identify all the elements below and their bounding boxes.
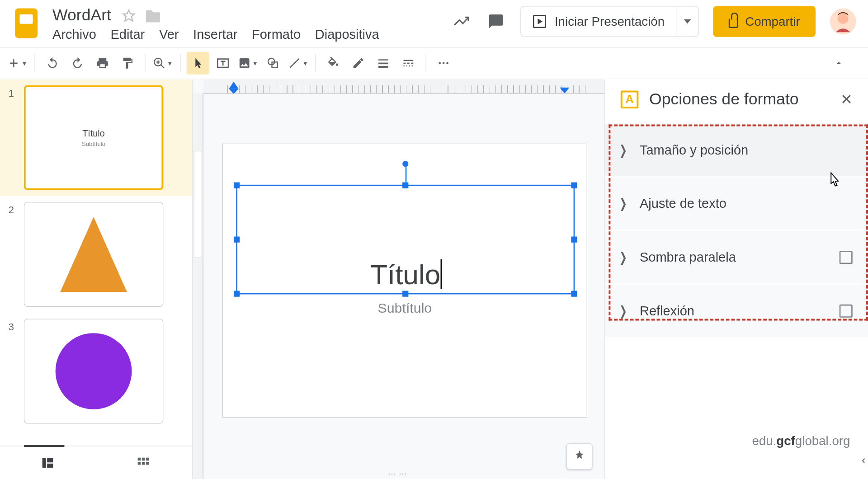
vertical-outline-strip <box>194 151 202 258</box>
lock-icon <box>728 19 738 28</box>
format-options-panel: A Opciones de formato ✕ ❯ Tamaño y posic… <box>604 79 868 479</box>
resize-handle[interactable] <box>571 237 577 243</box>
svg-rect-17 <box>403 63 406 64</box>
circle-shape-icon <box>56 333 132 409</box>
indent-marker-right[interactable] <box>560 88 569 94</box>
resize-handle[interactable] <box>234 291 240 297</box>
horizontal-ruler[interactable] <box>203 79 604 94</box>
svg-rect-19 <box>411 63 413 64</box>
side-panel-toggle[interactable]: ‹ <box>862 454 866 467</box>
subtitle-placeholder[interactable]: Subtítulo <box>223 300 586 317</box>
grid-view-button[interactable] <box>95 446 191 479</box>
svg-point-10 <box>268 58 275 65</box>
svg-rect-13 <box>378 59 388 60</box>
title-text-box[interactable]: Título <box>236 185 575 295</box>
border-color-button[interactable] <box>347 52 369 75</box>
menu-formato[interactable]: Formato <box>252 27 301 42</box>
svg-rect-20 <box>403 66 404 66</box>
format-panel-header: A Opciones de formato ✕ <box>605 79 868 119</box>
format-panel-title: Opciones de formato <box>649 90 799 108</box>
svg-line-12 <box>290 59 299 67</box>
title-text[interactable]: Título <box>370 258 440 291</box>
resize-handle[interactable] <box>402 183 408 188</box>
border-weight-button[interactable] <box>372 52 395 75</box>
slide-thumbnail-1[interactable]: Título Subtítulo <box>24 85 164 190</box>
format-item-drop-shadow[interactable]: ❯ Sombra paralela <box>605 231 868 284</box>
menu-ver[interactable]: Ver <box>159 27 179 42</box>
select-tool[interactable] <box>187 52 209 75</box>
slide-thumbnails-panel: 1 Título Subtítulo 2 3 <box>0 79 193 479</box>
indent-marker-left[interactable] <box>229 82 238 89</box>
account-avatar[interactable] <box>830 8 856 34</box>
textbox-tool[interactable] <box>212 52 234 75</box>
activity-icon[interactable] <box>452 11 472 32</box>
slide-canvas[interactable]: Título Subtítulo <box>222 144 587 418</box>
present-button[interactable]: Iniciar Presentación <box>521 7 676 37</box>
svg-rect-15 <box>378 66 388 68</box>
share-button[interactable]: Compartir <box>713 6 816 37</box>
zoom-button[interactable]: ▼ <box>151 52 174 75</box>
svg-rect-18 <box>407 63 410 64</box>
chevron-right-icon: ❯ <box>619 303 636 319</box>
slide-thumbnail-2[interactable] <box>24 202 164 307</box>
drag-handle-icon[interactable]: ⋯⋯ <box>388 468 409 478</box>
redo-button[interactable] <box>66 52 89 75</box>
shape-tool[interactable] <box>262 52 284 75</box>
thumbnail-row: 1 Título Subtítulo <box>0 79 192 196</box>
more-tools-button[interactable] <box>432 52 455 75</box>
checkbox[interactable] <box>840 251 853 264</box>
svg-marker-0 <box>123 10 134 21</box>
move-folder-icon[interactable] <box>146 8 160 23</box>
fill-color-button[interactable] <box>322 52 344 75</box>
menu-archivo[interactable]: Archivo <box>52 27 96 42</box>
format-item-size-position[interactable]: ❯ Tamaño y posición <box>605 124 868 176</box>
slides-logo <box>12 6 40 40</box>
svg-point-2 <box>838 13 849 24</box>
menu-editar[interactable]: Editar <box>110 27 145 42</box>
print-button[interactable] <box>91 52 114 75</box>
border-dash-button[interactable] <box>397 52 420 75</box>
format-item-label: Sombra paralela <box>640 250 840 265</box>
explore-button[interactable] <box>566 443 593 469</box>
checkbox[interactable] <box>840 305 853 318</box>
svg-rect-35 <box>146 461 149 465</box>
svg-rect-31 <box>142 457 145 460</box>
format-item-label: Tamaño y posición <box>640 142 853 158</box>
undo-button[interactable] <box>41 52 64 75</box>
close-icon[interactable]: ✕ <box>840 91 852 108</box>
format-item-reflection[interactable]: ❯ Reflexión <box>605 285 868 337</box>
resize-handle[interactable] <box>234 237 240 243</box>
image-tool[interactable]: ▼ <box>237 52 259 75</box>
resize-handle[interactable] <box>571 183 577 188</box>
svg-rect-27 <box>42 458 46 467</box>
menu-bar: Archivo Editar Ver Insertar Formato Diap… <box>52 27 379 42</box>
svg-rect-30 <box>138 457 141 460</box>
paint-format-button[interactable] <box>116 52 139 75</box>
comments-icon[interactable] <box>486 11 506 32</box>
resize-handle[interactable] <box>234 183 240 188</box>
new-slide-button[interactable]: ▼ <box>6 52 28 75</box>
filmstrip-view-button[interactable] <box>0 446 95 479</box>
svg-line-4 <box>161 65 164 68</box>
rotation-handle[interactable] <box>402 161 408 167</box>
slide-thumbnail-3[interactable] <box>24 319 164 424</box>
chevron-right-icon: ❯ <box>619 142 636 158</box>
thumb-subtitle: Subtítulo <box>82 141 105 147</box>
svg-point-24 <box>439 62 441 64</box>
collapse-toolbar-button[interactable] <box>827 52 850 75</box>
watermark-text: edu.gcfglobal.org <box>752 434 850 448</box>
resize-handle[interactable] <box>571 291 577 297</box>
star-icon[interactable] <box>122 9 135 22</box>
line-tool[interactable]: ▼ <box>287 52 309 75</box>
menu-insertar[interactable]: Insertar <box>193 27 237 42</box>
text-cursor <box>440 259 442 289</box>
present-dropdown[interactable] <box>676 7 698 37</box>
triangle-shape-icon <box>60 217 127 292</box>
resize-handle[interactable] <box>402 291 408 297</box>
format-item-text-fit[interactable]: ❯ Ajuste de texto <box>605 178 868 230</box>
menu-diapositiva[interactable]: Diapositiva <box>315 27 379 42</box>
svg-rect-33 <box>138 461 141 465</box>
document-title[interactable]: WordArt <box>52 6 111 24</box>
slide-canvas-area: Título Subtítulo ⋯⋯ <box>193 79 604 479</box>
svg-point-25 <box>443 62 445 64</box>
